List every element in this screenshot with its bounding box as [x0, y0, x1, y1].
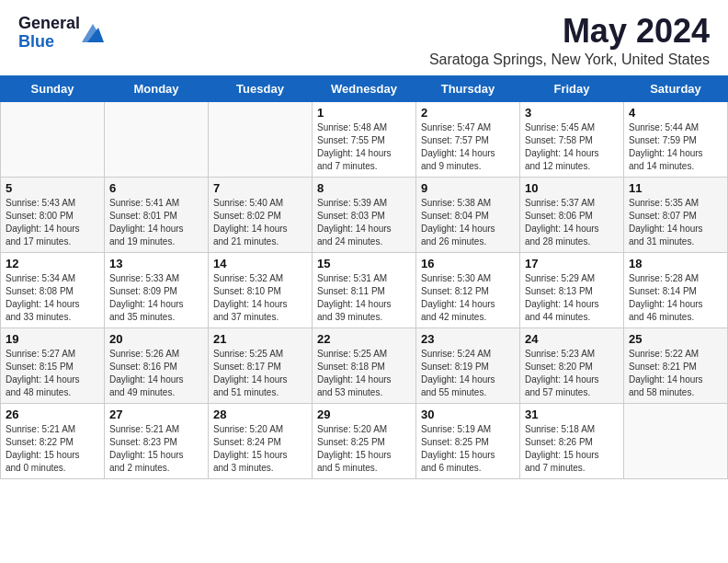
calendar-cell: 13Sunrise: 5:33 AM Sunset: 8:09 PM Dayli…: [105, 253, 209, 328]
day-number: 24: [525, 332, 619, 346]
calendar-cell: 10Sunrise: 5:37 AM Sunset: 8:06 PM Dayli…: [520, 178, 624, 253]
day-info: Sunrise: 5:25 AM Sunset: 8:18 PM Dayligh…: [317, 348, 411, 399]
weekday-header-friday: Friday: [520, 76, 624, 102]
day-info: Sunrise: 5:19 AM Sunset: 8:25 PM Dayligh…: [421, 423, 515, 475]
calendar-cell: 5Sunrise: 5:43 AM Sunset: 8:00 PM Daylig…: [1, 178, 105, 253]
calendar-cell: 16Sunrise: 5:30 AM Sunset: 8:12 PM Dayli…: [416, 253, 520, 328]
calendar-week-row: 26Sunrise: 5:21 AM Sunset: 8:22 PM Dayli…: [1, 404, 728, 479]
weekday-header-saturday: Saturday: [624, 76, 728, 102]
day-info: Sunrise: 5:33 AM Sunset: 8:09 PM Dayligh…: [109, 272, 203, 324]
day-info: Sunrise: 5:44 AM Sunset: 7:59 PM Dayligh…: [629, 121, 722, 173]
logo-icon: [82, 24, 104, 42]
day-info: Sunrise: 5:25 AM Sunset: 8:17 PM Dayligh…: [213, 348, 307, 399]
day-info: Sunrise: 5:32 AM Sunset: 8:10 PM Dayligh…: [213, 272, 307, 324]
calendar-cell: 23Sunrise: 5:24 AM Sunset: 8:19 PM Dayli…: [416, 328, 520, 404]
calendar-cell: 3Sunrise: 5:45 AM Sunset: 7:58 PM Daylig…: [520, 102, 624, 178]
calendar-cell: [624, 404, 728, 479]
day-number: 12: [6, 257, 99, 270]
day-info: Sunrise: 5:31 AM Sunset: 8:11 PM Dayligh…: [317, 272, 411, 324]
day-info: Sunrise: 5:30 AM Sunset: 8:12 PM Dayligh…: [421, 272, 515, 324]
calendar-cell: [105, 102, 209, 178]
weekday-header-sunday: Sunday: [1, 76, 105, 102]
day-number: 25: [629, 332, 722, 346]
weekday-header-thursday: Thursday: [416, 76, 520, 102]
day-info: Sunrise: 5:27 AM Sunset: 8:15 PM Dayligh…: [6, 348, 99, 399]
day-info: Sunrise: 5:43 AM Sunset: 8:00 PM Dayligh…: [6, 197, 99, 248]
calendar-cell: 28Sunrise: 5:20 AM Sunset: 8:24 PM Dayli…: [209, 404, 313, 479]
weekday-header-tuesday: Tuesday: [209, 76, 313, 102]
weekday-header-wednesday: Wednesday: [313, 76, 416, 102]
day-info: Sunrise: 5:41 AM Sunset: 8:01 PM Dayligh…: [109, 197, 203, 248]
day-info: Sunrise: 5:39 AM Sunset: 8:03 PM Dayligh…: [317, 197, 411, 248]
day-number: 8: [317, 181, 411, 195]
location-subtitle: Saratoga Springs, New York, United State…: [429, 52, 710, 68]
calendar-cell: 22Sunrise: 5:25 AM Sunset: 8:18 PM Dayli…: [313, 328, 416, 404]
logo: General Blue: [18, 15, 104, 52]
calendar-week-row: 1Sunrise: 5:48 AM Sunset: 7:55 PM Daylig…: [1, 102, 728, 178]
calendar-cell: 26Sunrise: 5:21 AM Sunset: 8:22 PM Dayli…: [1, 404, 105, 479]
day-info: Sunrise: 5:22 AM Sunset: 8:21 PM Dayligh…: [629, 348, 722, 399]
day-number: 29: [317, 408, 411, 421]
month-year-title: May 2024: [429, 15, 710, 48]
day-info: Sunrise: 5:35 AM Sunset: 8:07 PM Dayligh…: [629, 197, 722, 248]
calendar-cell: 6Sunrise: 5:41 AM Sunset: 8:01 PM Daylig…: [105, 178, 209, 253]
day-number: 10: [525, 181, 619, 195]
day-number: 21: [213, 332, 307, 346]
day-info: Sunrise: 5:47 AM Sunset: 7:57 PM Dayligh…: [421, 121, 515, 173]
calendar-cell: 25Sunrise: 5:22 AM Sunset: 8:21 PM Dayli…: [624, 328, 728, 404]
calendar-cell: 19Sunrise: 5:27 AM Sunset: 8:15 PM Dayli…: [1, 328, 105, 404]
calendar-cell: 14Sunrise: 5:32 AM Sunset: 8:10 PM Dayli…: [209, 253, 313, 328]
page-header: General Blue May 2024 Saratoga Springs, …: [0, 0, 728, 75]
day-number: 7: [213, 181, 307, 195]
day-info: Sunrise: 5:28 AM Sunset: 8:14 PM Dayligh…: [629, 272, 722, 324]
calendar-cell: 15Sunrise: 5:31 AM Sunset: 8:11 PM Dayli…: [313, 253, 416, 328]
day-number: 3: [525, 106, 619, 120]
calendar-cell: 11Sunrise: 5:35 AM Sunset: 8:07 PM Dayli…: [624, 178, 728, 253]
day-info: Sunrise: 5:45 AM Sunset: 7:58 PM Dayligh…: [525, 121, 619, 173]
day-number: 20: [109, 332, 203, 346]
day-info: Sunrise: 5:48 AM Sunset: 7:55 PM Dayligh…: [317, 121, 411, 173]
day-info: Sunrise: 5:23 AM Sunset: 8:20 PM Dayligh…: [525, 348, 619, 399]
calendar-cell: 24Sunrise: 5:23 AM Sunset: 8:20 PM Dayli…: [520, 328, 624, 404]
day-number: 28: [213, 408, 307, 421]
day-number: 17: [525, 257, 619, 270]
day-info: Sunrise: 5:34 AM Sunset: 8:08 PM Dayligh…: [6, 272, 99, 324]
day-number: 13: [109, 257, 203, 270]
calendar-week-row: 5Sunrise: 5:43 AM Sunset: 8:00 PM Daylig…: [1, 178, 728, 253]
day-number: 16: [421, 257, 515, 270]
calendar-cell: 20Sunrise: 5:26 AM Sunset: 8:16 PM Dayli…: [105, 328, 209, 404]
logo-blue: Blue: [18, 33, 80, 52]
title-section: May 2024 Saratoga Springs, New York, Uni…: [429, 15, 710, 68]
day-number: 2: [421, 106, 515, 120]
calendar-cell: [209, 102, 313, 178]
logo-general: General: [18, 15, 80, 33]
day-info: Sunrise: 5:40 AM Sunset: 8:02 PM Dayligh…: [213, 197, 307, 248]
day-number: 1: [317, 106, 411, 120]
calendar-cell: 17Sunrise: 5:29 AM Sunset: 8:13 PM Dayli…: [520, 253, 624, 328]
day-info: Sunrise: 5:20 AM Sunset: 8:24 PM Dayligh…: [213, 423, 307, 475]
calendar-cell: 31Sunrise: 5:18 AM Sunset: 8:26 PM Dayli…: [520, 404, 624, 479]
day-info: Sunrise: 5:37 AM Sunset: 8:06 PM Dayligh…: [525, 197, 619, 248]
day-number: 4: [629, 106, 722, 120]
day-number: 31: [525, 408, 619, 421]
day-number: 9: [421, 181, 515, 195]
calendar-cell: 27Sunrise: 5:21 AM Sunset: 8:23 PM Dayli…: [105, 404, 209, 479]
day-number: 11: [629, 181, 722, 195]
calendar-cell: [1, 102, 105, 178]
calendar-week-row: 19Sunrise: 5:27 AM Sunset: 8:15 PM Dayli…: [1, 328, 728, 404]
calendar-cell: 1Sunrise: 5:48 AM Sunset: 7:55 PM Daylig…: [313, 102, 416, 178]
day-number: 15: [317, 257, 411, 270]
day-number: 30: [421, 408, 515, 421]
day-number: 26: [6, 408, 99, 421]
day-number: 6: [109, 181, 203, 195]
weekday-header-monday: Monday: [105, 76, 209, 102]
calendar-cell: 21Sunrise: 5:25 AM Sunset: 8:17 PM Dayli…: [209, 328, 313, 404]
day-number: 23: [421, 332, 515, 346]
calendar-cell: 30Sunrise: 5:19 AM Sunset: 8:25 PM Dayli…: [416, 404, 520, 479]
day-info: Sunrise: 5:18 AM Sunset: 8:26 PM Dayligh…: [525, 423, 619, 475]
calendar-table: SundayMondayTuesdayWednesdayThursdayFrid…: [0, 75, 728, 479]
day-number: 27: [109, 408, 203, 421]
calendar-week-row: 12Sunrise: 5:34 AM Sunset: 8:08 PM Dayli…: [1, 253, 728, 328]
day-info: Sunrise: 5:24 AM Sunset: 8:19 PM Dayligh…: [421, 348, 515, 399]
day-number: 5: [6, 181, 99, 195]
